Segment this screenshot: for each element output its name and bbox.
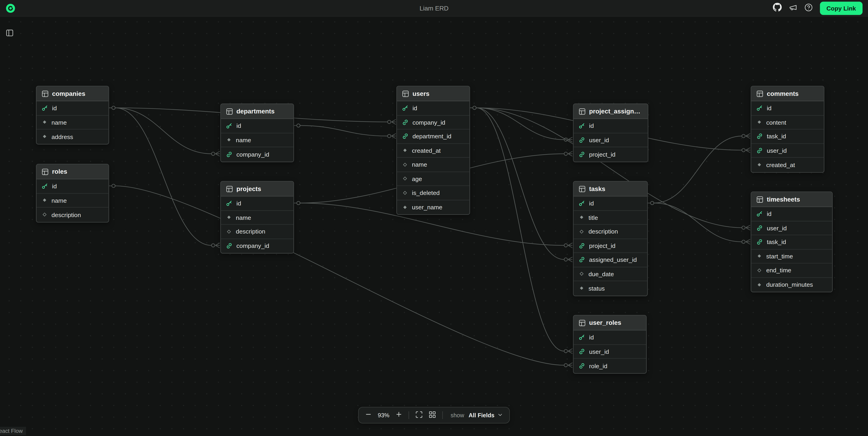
column-project_assignments-id[interactable]: id	[574, 119, 648, 133]
column-tasks-status[interactable]: status	[574, 281, 647, 295]
column-user_roles-user_id[interactable]: user_id	[574, 345, 646, 359]
table-departments[interactable]: departmentsidnamecompany_id	[220, 103, 294, 162]
column-project_assignments-project_id[interactable]: project_id	[574, 147, 648, 161]
column-timesheets-user_id[interactable]: user_id	[751, 221, 832, 235]
link-icon	[402, 119, 409, 126]
erd-canvas[interactable]: 93% show All Fields React Flow companies…	[0, 0, 868, 436]
table-comments[interactable]: commentsidcontenttask_iduser_idcreated_a…	[751, 86, 825, 173]
zoom-in-button[interactable]	[394, 410, 403, 421]
column-users-created_at[interactable]: created_at	[397, 144, 470, 158]
column-timesheets-duration_minutes[interactable]: duration_minutes	[751, 278, 832, 292]
column-projects-id[interactable]: id	[221, 196, 293, 211]
table-tasks[interactable]: tasksidtitledescriptionproject_idassigne…	[573, 181, 648, 296]
sidebar-toggle-button[interactable]	[3, 27, 16, 41]
column-comments-id[interactable]: id	[751, 101, 824, 116]
table-icon	[579, 319, 586, 326]
fit-view-button[interactable]	[414, 409, 424, 421]
column-name: id	[589, 334, 594, 341]
column-name: task_id	[767, 239, 786, 245]
column-comments-content[interactable]: content	[751, 116, 824, 130]
column-users-company_id[interactable]: company_id	[397, 116, 470, 130]
column-projects-description[interactable]: description	[221, 225, 293, 239]
column-comments-user_id[interactable]: user_id	[751, 144, 824, 158]
table-header-user_roles[interactable]: user_roles	[574, 315, 646, 330]
column-timesheets-start_time[interactable]: start_time	[751, 249, 832, 263]
column-departments-id[interactable]: id	[221, 119, 293, 133]
column-tasks-title[interactable]: title	[574, 211, 647, 225]
column-users-id[interactable]: id	[397, 101, 470, 116]
app-header: Liam ERD Copy Link	[0, 0, 868, 17]
table-users[interactable]: usersidcompany_iddepartment_idcreated_at…	[396, 86, 470, 215]
column-timesheets-end_time[interactable]: end_time	[751, 263, 832, 278]
diamond-filled-icon	[579, 285, 585, 291]
table-header-comments[interactable]: comments	[751, 86, 824, 101]
table-user_roles[interactable]: user_rolesiduser_idrole_id	[573, 315, 647, 373]
column-companies-id[interactable]: id	[36, 101, 108, 116]
table-header-roles[interactable]: roles	[36, 164, 108, 179]
diamond-filled-icon	[756, 253, 763, 259]
zoom-out-button[interactable]	[364, 410, 373, 421]
help-button[interactable]	[804, 3, 812, 13]
copy-link-button[interactable]: Copy Link	[820, 1, 863, 14]
diamond-filled-icon	[226, 214, 232, 220]
diamond-filled-icon	[579, 214, 585, 220]
column-companies-address[interactable]: address	[36, 129, 108, 144]
column-users-user_name[interactable]: user_name	[397, 200, 470, 214]
table-title: departments	[236, 108, 274, 115]
fields-filter-dropdown[interactable]: All Fields	[468, 409, 504, 421]
link-icon	[756, 239, 763, 245]
table-title: user_roles	[589, 319, 621, 326]
table-header-projects[interactable]: projects	[221, 182, 293, 196]
column-projects-company_id[interactable]: company_id	[221, 239, 293, 253]
column-name: user_id	[767, 225, 787, 231]
column-users-is_deleted[interactable]: is_deleted	[397, 186, 470, 200]
column-tasks-due_date[interactable]: due_date	[574, 267, 647, 281]
table-companies[interactable]: companiesidnameaddress	[36, 86, 109, 144]
column-roles-id[interactable]: id	[36, 180, 108, 194]
github-button[interactable]	[773, 3, 782, 13]
table-header-timesheets[interactable]: timesheets	[751, 192, 832, 207]
column-name: user_id	[589, 136, 609, 143]
table-project_assignments[interactable]: project_assignme...iduser_idproject_id	[573, 103, 648, 162]
diamond-filled-icon	[756, 282, 763, 288]
table-header-users[interactable]: users	[397, 86, 470, 101]
column-users-name[interactable]: name	[397, 158, 470, 172]
column-user_roles-id[interactable]: id	[574, 331, 646, 345]
fit-view-icon	[415, 410, 423, 420]
table-header-departments[interactable]: departments	[221, 104, 293, 119]
column-name: role_id	[589, 363, 607, 369]
column-project_assignments-user_id[interactable]: user_id	[574, 133, 648, 147]
table-timesheets[interactable]: timesheetsiduser_idtask_idstart_timeend_…	[751, 191, 833, 292]
table-header-tasks[interactable]: tasks	[574, 182, 647, 196]
toolbar-divider	[408, 411, 409, 419]
column-departments-name[interactable]: name	[221, 133, 293, 147]
column-tasks-project_id[interactable]: project_id	[574, 239, 647, 253]
column-departments-company_id[interactable]: company_id	[221, 147, 293, 161]
column-name: status	[589, 285, 605, 291]
column-comments-task_id[interactable]: task_id	[751, 129, 824, 144]
column-timesheets-id[interactable]: id	[751, 207, 832, 221]
table-header-project_assignments[interactable]: project_assignme...	[574, 104, 648, 119]
column-comments-created_at[interactable]: created_at	[751, 158, 824, 172]
column-name: id	[589, 200, 594, 207]
column-tasks-assigned_user_id[interactable]: assigned_user_id	[574, 253, 647, 267]
tidy-up-button[interactable]	[427, 409, 437, 421]
table-header-companies[interactable]: companies	[36, 86, 108, 101]
column-timesheets-task_id[interactable]: task_id	[751, 235, 832, 249]
table-projects[interactable]: projectsidnamedescriptioncompany_id	[220, 181, 294, 254]
column-tasks-id[interactable]: id	[574, 196, 647, 211]
column-user_roles-role_id[interactable]: role_id	[574, 359, 646, 373]
column-projects-name[interactable]: name	[221, 211, 293, 225]
column-roles-name[interactable]: name	[36, 194, 108, 208]
edge-tasks.id-to-timesheets.task_id	[648, 201, 750, 244]
column-users-department_id[interactable]: department_id	[397, 129, 470, 144]
liam-logo[interactable]	[5, 3, 16, 13]
table-roles[interactable]: rolesidnamedescription	[36, 164, 109, 222]
column-tasks-description[interactable]: description	[574, 225, 647, 239]
column-roles-description[interactable]: description	[36, 208, 108, 222]
column-users-age[interactable]: age	[397, 172, 470, 186]
announcements-button[interactable]	[789, 3, 797, 13]
reactflow-attribution[interactable]: React Flow	[0, 427, 26, 435]
link-icon	[579, 363, 585, 369]
column-companies-name[interactable]: name	[36, 116, 108, 130]
